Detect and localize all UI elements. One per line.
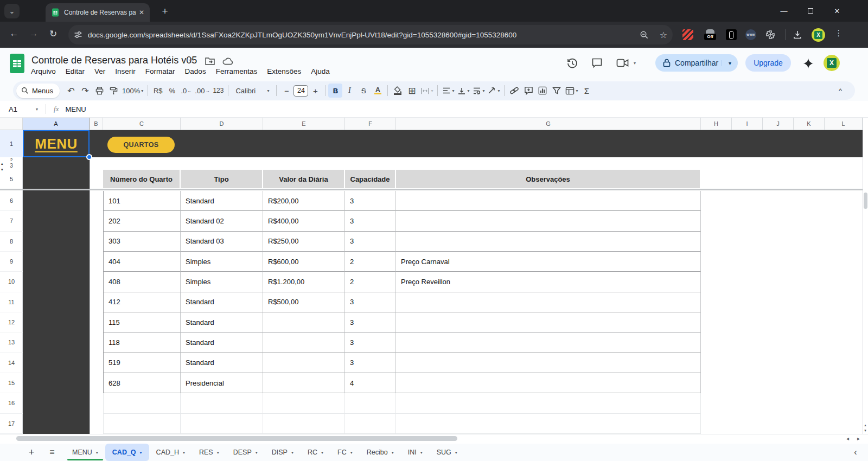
row-header-16[interactable]: 16 bbox=[0, 393, 23, 413]
scroll-down-icon[interactable]: ▾ bbox=[863, 428, 868, 433]
frozen-row-divider[interactable] bbox=[0, 189, 868, 190]
frozen-column-divider[interactable] bbox=[89, 118, 90, 130]
move-folder-icon[interactable] bbox=[205, 57, 215, 65]
add-sheet-button[interactable]: + bbox=[24, 444, 39, 461]
column-header-B[interactable]: B bbox=[90, 118, 103, 130]
table-cell[interactable]: 2 bbox=[345, 252, 396, 272]
table-cell[interactable]: 202 bbox=[103, 211, 181, 231]
strikethrough-button[interactable]: S bbox=[356, 84, 371, 98]
sheet-tab-dropdown-icon[interactable]: ▾ bbox=[455, 450, 457, 455]
menu-dados[interactable]: Dados bbox=[180, 66, 211, 76]
sheet-tab-fc[interactable]: FC▾ bbox=[330, 444, 360, 461]
cloud-status-icon[interactable] bbox=[222, 57, 233, 65]
sheet-tab-cad_q[interactable]: CAD_Q▾ bbox=[105, 444, 149, 461]
vertical-align-button[interactable]: ▾ bbox=[456, 84, 471, 98]
share-dropdown[interactable]: ▾ bbox=[722, 60, 738, 66]
scroll-left-icon[interactable]: ◂ bbox=[846, 436, 849, 441]
table-cell[interactable]: R$1.200,00 bbox=[263, 272, 345, 292]
sheet-tab-dropdown-icon[interactable]: ▾ bbox=[392, 450, 394, 455]
table-cell[interactable]: Presidencial bbox=[181, 373, 263, 393]
table-cell[interactable]: Preço Carnaval bbox=[396, 252, 701, 272]
italic-button[interactable]: I bbox=[342, 84, 356, 98]
table-cell[interactable]: Standard bbox=[181, 332, 263, 353]
formula-input[interactable]: MENU bbox=[65, 105, 86, 113]
horizontal-align-button[interactable]: ▾ bbox=[441, 84, 456, 98]
column-header-J[interactable]: J bbox=[763, 118, 794, 130]
sheet-tab-sug[interactable]: SUG▾ bbox=[430, 444, 464, 461]
row-header-8[interactable]: 8 bbox=[0, 232, 23, 252]
sheet-tab-dropdown-icon[interactable]: ▾ bbox=[291, 450, 293, 455]
print-button[interactable] bbox=[92, 84, 106, 98]
table-cell[interactable]: Standard bbox=[181, 292, 263, 312]
horizontal-scrollbar-thumb[interactable] bbox=[16, 436, 457, 441]
new-tab-button[interactable]: + bbox=[158, 5, 171, 18]
back-button[interactable]: ← bbox=[8, 28, 21, 39]
text-rotation-button[interactable]: ▾ bbox=[486, 84, 501, 98]
name-box[interactable]: A1 bbox=[0, 105, 35, 113]
table-cell[interactable]: R$200,00 bbox=[263, 191, 345, 211]
all-sheets-button[interactable]: ≡ bbox=[44, 444, 60, 461]
row-header-10[interactable]: 10 bbox=[0, 272, 23, 292]
column-header-G[interactable]: G bbox=[396, 118, 701, 130]
borders-button[interactable]: ⊞ bbox=[405, 84, 419, 98]
font-size-input[interactable]: 24 bbox=[293, 85, 308, 97]
reload-button[interactable]: ↻ bbox=[47, 28, 60, 40]
table-cell[interactable]: R$600,00 bbox=[263, 252, 345, 272]
sheet-tab-dropdown-icon[interactable]: ▾ bbox=[350, 450, 353, 455]
menu-arquivo[interactable]: Arquivo bbox=[26, 66, 61, 76]
insert-chart-button[interactable] bbox=[535, 84, 550, 98]
table-cell[interactable]: Standard bbox=[181, 353, 263, 373]
table-cell[interactable] bbox=[345, 393, 396, 413]
table-cell[interactable]: 101 bbox=[103, 191, 181, 211]
sheet-tab-dropdown-icon[interactable]: ▾ bbox=[256, 450, 258, 455]
document-title[interactable]: Controle de Reservas para Hotéis v05 bbox=[31, 55, 197, 66]
menu-formatar[interactable]: Formatar bbox=[141, 66, 180, 76]
tab-close-icon[interactable]: ✕ bbox=[139, 9, 144, 16]
table-cell[interactable]: 3 bbox=[345, 232, 396, 252]
window-minimize-button[interactable]: — bbox=[775, 4, 793, 17]
share-button[interactable]: Compartilhar ▾ bbox=[655, 54, 738, 72]
sheet-tab-dropdown-icon[interactable]: ▾ bbox=[140, 450, 142, 455]
column-header-E[interactable]: E bbox=[263, 118, 345, 130]
decrease-font-size-button[interactable]: − bbox=[279, 84, 293, 98]
sheet-tab-rc[interactable]: RC▾ bbox=[301, 444, 330, 461]
sheet-tab-disp[interactable]: DISP▾ bbox=[265, 444, 301, 461]
column-header-F[interactable]: F bbox=[345, 118, 396, 130]
table-cell[interactable]: 3 bbox=[345, 312, 396, 332]
row-header-11[interactable]: 11 bbox=[0, 292, 23, 312]
table-cell[interactable]: 4 bbox=[345, 373, 396, 393]
table-cell[interactable] bbox=[263, 373, 345, 393]
sheet-tab-dropdown-icon[interactable]: ▾ bbox=[420, 450, 423, 455]
table-cell[interactable] bbox=[396, 191, 701, 211]
extension-icon-2[interactable]: Off bbox=[704, 29, 716, 40]
gemini-sparkle-icon[interactable] bbox=[803, 58, 814, 69]
sheet-tab-desp[interactable]: DESP▾ bbox=[226, 444, 265, 461]
zoom-out-icon[interactable] bbox=[640, 30, 649, 40]
table-cell[interactable]: 2 bbox=[345, 272, 396, 292]
window-close-button[interactable]: ✕ bbox=[828, 4, 846, 17]
row-header-15[interactable]: 15 bbox=[0, 373, 23, 393]
table-cell[interactable] bbox=[396, 393, 701, 413]
table-cell[interactable] bbox=[103, 414, 181, 434]
scroll-right-icon[interactable]: ▸ bbox=[857, 436, 860, 441]
table-cell[interactable] bbox=[396, 353, 701, 373]
decrease-decimals-button[interactable]: .0← bbox=[179, 84, 193, 98]
font-select[interactable]: Calibri▾ bbox=[231, 84, 273, 98]
share-button-main[interactable]: Compartilhar bbox=[655, 59, 722, 67]
sheet-tab-res[interactable]: RES▾ bbox=[192, 444, 226, 461]
browser-tab[interactable]: Controle de Reservas para Hoté ✕ bbox=[46, 3, 150, 22]
browser-menu-button[interactable]: ⋮ bbox=[832, 28, 845, 38]
table-cell[interactable] bbox=[396, 312, 701, 332]
row-header-12[interactable]: 12 bbox=[0, 312, 23, 332]
functions-button[interactable]: Σ bbox=[580, 84, 594, 98]
table-header-cell[interactable]: Capacidade bbox=[345, 170, 396, 188]
row-header-6[interactable]: 6 bbox=[0, 191, 23, 211]
merge-cells-button[interactable]: ▾ bbox=[419, 84, 435, 98]
table-header-cell[interactable]: Observações bbox=[396, 170, 701, 188]
sheet-tab-recibo[interactable]: Recibo▾ bbox=[360, 444, 401, 461]
table-cell[interactable]: 3 bbox=[345, 332, 396, 353]
currency-format-button[interactable]: R$ bbox=[151, 84, 165, 98]
profile-avatar[interactable]: X bbox=[812, 28, 825, 42]
tab-search-button[interactable]: ⌄ bbox=[4, 4, 20, 18]
sheet-tab-dropdown-icon[interactable]: ▾ bbox=[96, 450, 98, 455]
